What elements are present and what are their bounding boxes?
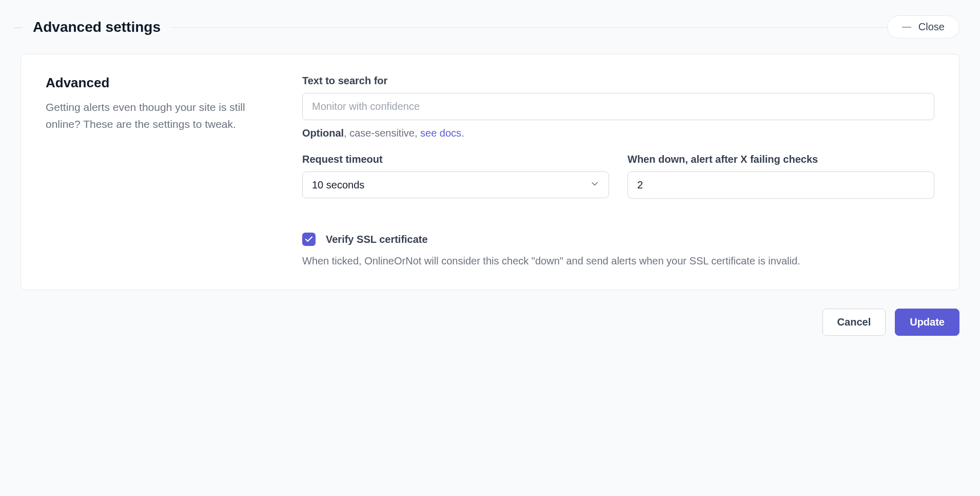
verify-ssl-checkbox[interactable]: [302, 233, 316, 246]
verify-ssl-help: When ticked, OnlineOrNot will consider t…: [302, 253, 934, 269]
verify-ssl-group: Verify SSL certificate When ticked, Onli…: [302, 233, 934, 269]
two-column-row: Request timeout 10 seconds When down, al…: [302, 154, 934, 213]
help-optional: Optional: [302, 127, 344, 139]
text-search-help: Optional, case-sensitive, see docs.: [302, 127, 934, 139]
help-rest: , case-sensitive,: [344, 127, 420, 139]
advanced-card: Advanced Getting alerts even though your…: [21, 54, 959, 290]
close-button[interactable]: Close: [887, 15, 959, 39]
close-button-label: Close: [918, 21, 945, 33]
check-icon: [304, 235, 313, 244]
alert-after-label: When down, alert after X failing checks: [628, 154, 934, 165]
text-search-label: Text to search for: [302, 75, 934, 87]
card-title: Advanced: [46, 75, 282, 91]
footer-actions: Cancel Update: [21, 309, 959, 336]
request-timeout-label: Request timeout: [302, 154, 609, 165]
see-docs-link[interactable]: see docs: [420, 127, 461, 139]
request-timeout-group: Request timeout 10 seconds: [302, 154, 609, 199]
minus-icon: [902, 27, 911, 28]
update-button[interactable]: Update: [895, 309, 959, 336]
section-header: Advanced settings Close: [21, 15, 959, 39]
text-search-group: Text to search for Optional, case-sensit…: [302, 75, 934, 139]
alert-after-input[interactable]: [628, 171, 934, 199]
verify-ssl-label[interactable]: Verify SSL certificate: [326, 234, 428, 245]
help-end: .: [461, 127, 464, 139]
card-description: Getting alerts even though your site is …: [46, 99, 282, 132]
text-search-input[interactable]: [302, 93, 934, 120]
request-timeout-select[interactable]: 10 seconds: [302, 171, 609, 198]
card-form-column: Text to search for Optional, case-sensit…: [302, 75, 934, 269]
select-wrap: 10 seconds: [302, 171, 609, 198]
page-container: Advanced settings Close Advanced Getting…: [0, 0, 980, 356]
card-description-column: Advanced Getting alerts even though your…: [46, 75, 282, 269]
checkbox-row: Verify SSL certificate: [302, 233, 934, 246]
cancel-button[interactable]: Cancel: [822, 309, 886, 336]
section-title: Advanced settings: [23, 19, 171, 35]
alert-after-group: When down, alert after X failing checks: [628, 154, 934, 199]
